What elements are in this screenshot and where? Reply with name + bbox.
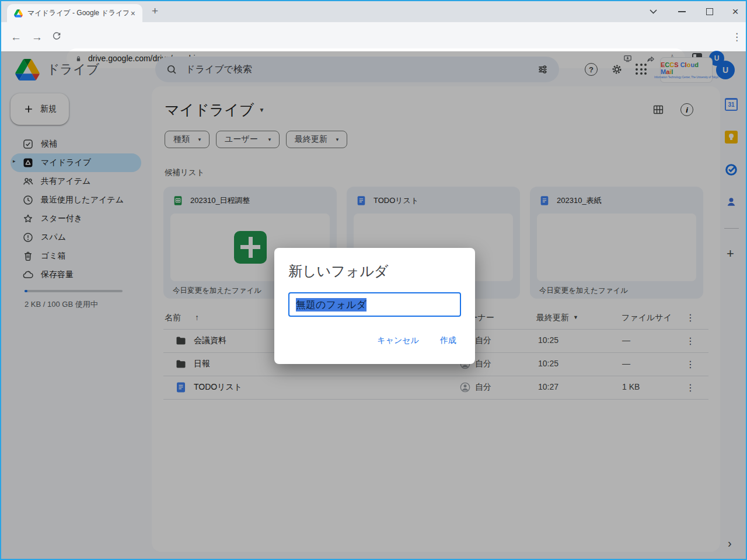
tab-search-chevron-icon[interactable] [641,1,665,22]
window-close-button[interactable]: × [724,1,747,22]
create-button[interactable]: 作成 [440,335,456,346]
cancel-button[interactable]: キャンセル [377,335,419,346]
tab-close-icon[interactable]: × [128,9,138,18]
browser-menu-kebab-icon[interactable]: ⋮ [732,32,742,43]
new-folder-dialog: 新しいフォルダ 無題のフォルダ キャンセル 作成 [274,248,475,364]
browser-tab[interactable]: マイドライブ - Google ドライブ × [7,4,142,22]
browser-window: マイドライブ - Google ドライブ × + × ← → drive.goo… [0,0,747,560]
browser-toolbar: ← → drive.google.com/drive/my-drive ☆ U … [1,22,746,52]
drive-favicon-icon [14,9,23,18]
dialog-title: 新しいフォルダ [288,262,388,281]
folder-name-selected-text: 無題のフォルダ [296,298,366,312]
back-icon[interactable]: ← [11,32,22,43]
reload-icon[interactable] [51,31,62,41]
browser-titlebar: マイドライブ - Google ドライブ × + × [1,1,746,22]
window-minimize-button[interactable] [670,1,693,22]
new-tab-button[interactable]: + [152,5,158,18]
folder-name-input[interactable]: 無題のフォルダ [288,292,461,317]
tab-title: マイドライブ - Google ドライブ [27,8,128,18]
window-maximize-button[interactable] [698,1,721,22]
forward-icon[interactable]: → [32,32,43,43]
